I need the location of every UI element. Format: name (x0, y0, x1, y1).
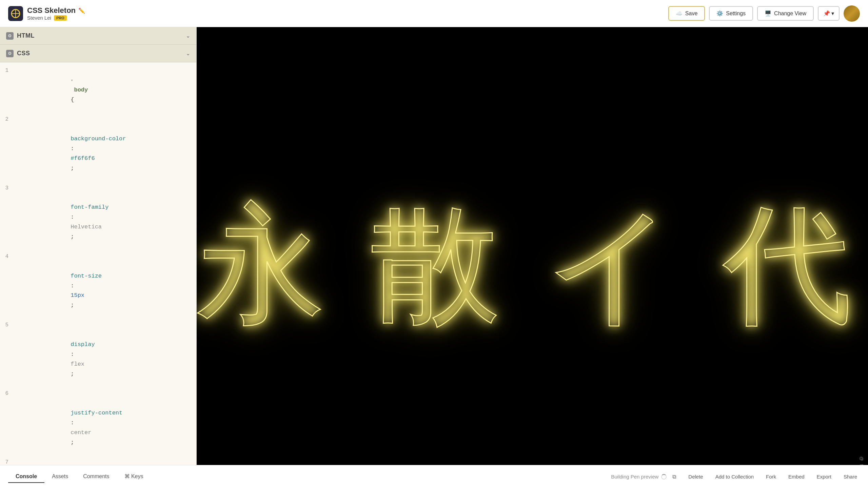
css-panel-title: CSS (17, 50, 30, 57)
left-panel-inner: ⚙ HTML ⌄ ⚙ CSS ⌄ (0, 27, 196, 488)
export-action[interactable]: Export (814, 472, 834, 481)
pin-icon: 📌 (823, 10, 830, 17)
tab-console[interactable]: Console (8, 471, 44, 483)
share-action[interactable]: Share (841, 472, 860, 481)
css-header-left: ⚙ CSS (6, 50, 30, 57)
user-info: Steven Lei PRO (27, 15, 85, 21)
bottom-bar: Console Assets Comments ⌘ Keys Building … (0, 465, 868, 488)
code-line-4: 4 font-size : 15px ; (0, 252, 196, 320)
pin-button[interactable]: 📌 ▾ (818, 6, 840, 21)
tab-comments[interactable]: Comments (76, 471, 117, 483)
tab-assets[interactable]: Assets (44, 471, 76, 483)
external-link-icon[interactable]: ⧉ (669, 472, 679, 482)
preview-area: 永 散 イ 代 フ @陈土豆金球术社 (197, 27, 868, 488)
embed-action[interactable]: Embed (786, 472, 807, 481)
css-collapse-icon[interactable]: ⌄ (186, 50, 190, 57)
code-line-5: 5 display : flex ; (0, 320, 196, 389)
change-view-button[interactable]: 🖥️ Change View (757, 6, 814, 21)
delete-action[interactable]: Delete (686, 472, 706, 481)
cloud-icon: ☁️ (676, 10, 683, 17)
settings-button[interactable]: ⚙️ Settings (709, 6, 753, 21)
save-label: Save (685, 11, 697, 17)
calligraphy-background: 永 散 イ 代 フ @陈土豆金球术社 (197, 27, 868, 488)
header: CSS Skeleton ✏️ Steven Lei PRO ☁️ Save ⚙… (0, 0, 868, 27)
header-left: CSS Skeleton ✏️ Steven Lei PRO (8, 6, 85, 21)
app-name-text: CSS Skeleton (27, 6, 76, 15)
username: Steven Lei (27, 15, 51, 21)
css-code-block: 1 ▾ body { 2 backgr (0, 62, 196, 470)
left-panel: ⚙ HTML ⌄ ⚙ CSS ⌄ (0, 27, 197, 488)
main-layout: ⚙ HTML ⌄ ⚙ CSS ⌄ (0, 27, 868, 488)
code-line-1: 1 ▾ body { (0, 66, 196, 115)
header-right: ☁️ Save ⚙️ Settings 🖥️ Change View 📌 ▾ (668, 5, 860, 22)
css-panel-header[interactable]: ⚙ CSS ⌄ (0, 45, 196, 62)
build-status: Building Pen preview ⧉ (611, 472, 679, 482)
change-view-label: Change View (774, 11, 806, 17)
save-button[interactable]: ☁️ Save (668, 6, 705, 21)
loading-spinner (661, 474, 667, 480)
css-gear-icon: ⚙ (6, 50, 14, 57)
pro-badge: PRO (54, 15, 67, 21)
calligraphy-art: 永 散 イ 代 フ (197, 179, 868, 353)
edit-icon[interactable]: ✏️ (78, 7, 85, 14)
chevron-down-icon: ▾ (831, 10, 834, 17)
html-panel-title: HTML (17, 32, 35, 39)
code-line-3: 3 font-family : Helvetica ; (0, 183, 196, 252)
bottom-actions: Building Pen preview ⧉ Delete Add to Col… (611, 472, 860, 482)
avatar-image (844, 5, 860, 22)
add-to-collection-action[interactable]: Add to Collection (713, 472, 756, 481)
bottom-tabs: Console Assets Comments ⌘ Keys (8, 470, 151, 483)
logo-icon (8, 6, 23, 21)
settings-label: Settings (726, 11, 746, 17)
css-editor[interactable]: 1 ▾ body { 2 backgr (0, 62, 196, 470)
html-section: ⚙ HTML ⌄ (0, 27, 196, 45)
status-text: Building Pen preview (611, 474, 658, 480)
fork-action[interactable]: Fork (763, 472, 779, 481)
app-title: CSS Skeleton ✏️ (27, 6, 85, 15)
app-title-block: CSS Skeleton ✏️ Steven Lei PRO (27, 6, 85, 21)
settings-icon: ⚙️ (716, 10, 723, 17)
change-view-icon: 🖥️ (765, 10, 771, 17)
html-gear-icon: ⚙ (6, 32, 14, 40)
html-collapse-icon[interactable]: ⌄ (186, 33, 190, 39)
css-section: ⚙ CSS ⌄ 1 ▾ body { (0, 45, 196, 470)
preview-panel: 永 散 イ 代 フ @陈土豆金球术社 (197, 27, 868, 488)
avatar (844, 5, 860, 22)
html-panel-header[interactable]: ⚙ HTML ⌄ (0, 27, 196, 45)
tab-keys[interactable]: ⌘ Keys (117, 470, 151, 483)
code-line-6: 6 justify-content : center ; (0, 389, 196, 457)
watermark: @陈土豆金球术社 (859, 456, 865, 461)
code-line-2: 2 background-color : #f6f6f6 ; (0, 115, 196, 183)
html-header-left: ⚙ HTML (6, 32, 35, 40)
